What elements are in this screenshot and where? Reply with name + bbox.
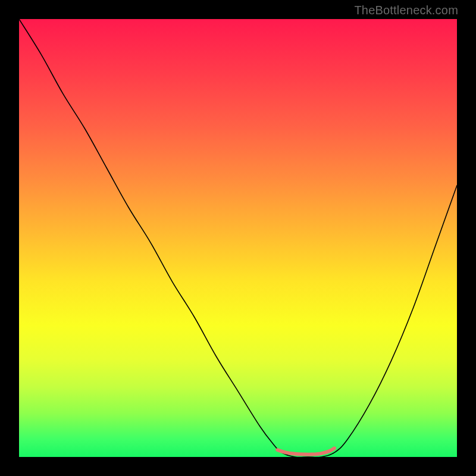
bottleneck-curve-path: [19, 19, 457, 457]
optimal-band-path: [277, 448, 334, 454]
chart-svg: [19, 19, 457, 457]
chart-frame: TheBottleneck.com: [0, 0, 476, 476]
watermark-text: TheBottleneck.com: [354, 4, 458, 17]
plot-area: [19, 19, 457, 457]
